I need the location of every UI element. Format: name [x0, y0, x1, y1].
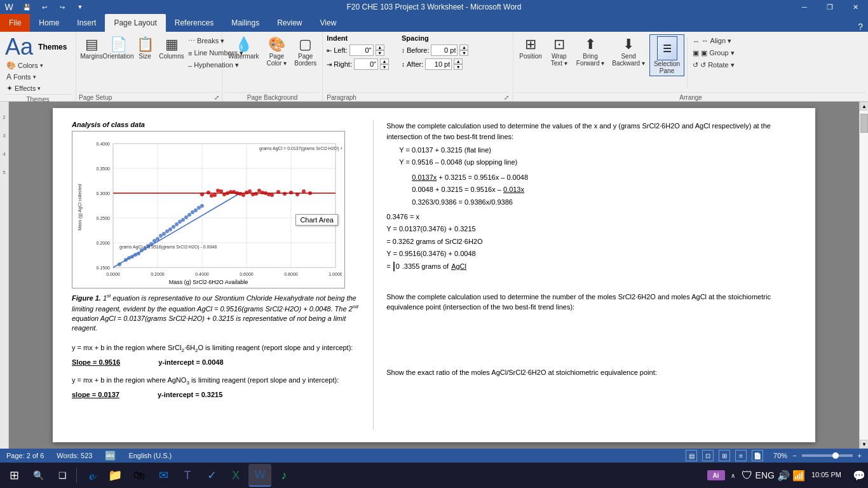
tab-insert[interactable]: Insert: [68, 14, 105, 32]
page-color-icon: 🎨: [268, 36, 285, 53]
svg-point-29: [213, 193, 217, 197]
tab-mailings[interactable]: Mailings: [222, 14, 268, 32]
eq-step7: Y = 0.9516(0.3476) + 0.0048: [386, 249, 796, 259]
rotate-button[interactable]: ↺ ↺ Rotate ▾: [690, 60, 737, 71]
scroll-thumb[interactable]: [860, 114, 868, 133]
spacing-after-icon: ↕: [402, 61, 405, 68]
minimize-button[interactable]: ─: [792, 0, 817, 14]
tab-file[interactable]: File: [0, 14, 30, 32]
colors-button[interactable]: 🎨 Colors ▾: [4, 60, 46, 71]
system-clock[interactable]: 10:05 PM: [808, 471, 845, 479]
zoom-thumb[interactable]: [832, 452, 839, 459]
restore-button[interactable]: ❐: [817, 0, 843, 14]
help-button[interactable]: ?: [853, 22, 868, 32]
doc-right-column: Show the complete calculation used to de…: [374, 121, 796, 430]
yint1-label: y-intercept = 0.0048: [158, 358, 223, 366]
task-view-button[interactable]: ❑: [51, 464, 74, 487]
search-button[interactable]: 🔍: [27, 464, 50, 487]
spacing-before-input[interactable]: [431, 44, 458, 56]
selection-pane-button[interactable]: ☰ SelectionPane: [649, 34, 684, 76]
columns-button[interactable]: ▦ Columns: [159, 34, 184, 62]
spell-check-icon[interactable]: 🔤: [105, 451, 116, 461]
svg-point-28: [207, 191, 210, 194]
orientation-button[interactable]: 📄 Orientation: [105, 34, 131, 62]
fonts-button[interactable]: A Fonts ▾: [4, 71, 39, 83]
undo-button[interactable]: ↩: [36, 0, 53, 14]
margins-button[interactable]: ▤ Margins: [79, 34, 104, 62]
page-color-button[interactable]: 🎨 PageColor ▾: [264, 34, 290, 69]
indent-left-down[interactable]: ▼: [376, 50, 384, 56]
bring-forward-button[interactable]: ⬆ BringForward ▾: [573, 34, 607, 69]
pin-button[interactable]: ▼: [71, 0, 89, 14]
align-button[interactable]: ↔ ↔ Align ▾: [690, 36, 737, 46]
group-button[interactable]: ▣ ▣ Group ▾: [690, 48, 737, 58]
web-layout-view[interactable]: ⊞: [719, 450, 730, 461]
redo-button[interactable]: ↪: [53, 0, 71, 14]
windows-security[interactable]: 🛡: [742, 469, 753, 482]
spacing-after-up[interactable]: ▲: [454, 58, 463, 64]
vertical-scrollbar[interactable]: ▲ ▼: [859, 102, 868, 449]
scroll-up-button[interactable]: ▲: [860, 102, 868, 111]
file-explorer-button[interactable]: 📁: [104, 464, 126, 487]
indent-right-up[interactable]: ▲: [380, 58, 389, 64]
language-indicator-taskbar[interactable]: ENG: [756, 470, 775, 480]
scroll-down-button[interactable]: ▼: [860, 440, 868, 449]
edge-button[interactable]: 𝓮: [79, 464, 102, 487]
notification-button[interactable]: 💬: [853, 470, 865, 482]
indent-left-input[interactable]: [349, 44, 374, 56]
zoom-slider[interactable]: [802, 454, 853, 457]
indent-left-up[interactable]: ▲: [376, 44, 384, 50]
page-borders-button[interactable]: ▢ PageBorders: [291, 34, 320, 69]
effects-button[interactable]: ✦ Effects ▾: [4, 83, 43, 94]
size-button[interactable]: 📋 Size: [132, 34, 158, 62]
start-button[interactable]: ⊞: [3, 464, 25, 487]
chart-container[interactable]: 0.4000 0.3500 0.3000 0.2500 0.2000 0.150…: [72, 131, 345, 288]
show-hidden-icons[interactable]: ∧: [728, 470, 739, 481]
indent-left-icon: ⇤: [327, 47, 332, 54]
language-indicator[interactable]: English (U.S.): [128, 452, 172, 459]
spotify-button[interactable]: ♪: [273, 464, 295, 487]
full-screen-view[interactable]: ⊡: [702, 450, 714, 461]
tab-home[interactable]: Home: [30, 14, 68, 32]
teams-button[interactable]: T: [176, 464, 199, 487]
tab-page-layout[interactable]: Page Layout: [105, 14, 165, 32]
save-button[interactable]: 💾: [18, 0, 36, 14]
zoom-decrease[interactable]: −: [792, 452, 796, 459]
svg-point-43: [302, 189, 306, 193]
send-backward-button[interactable]: ⬇ SendBackward ▾: [609, 34, 648, 69]
draft-view[interactable]: 📄: [752, 450, 763, 461]
indent-right-input[interactable]: [354, 58, 378, 70]
outlook-button[interactable]: ✉: [152, 464, 175, 487]
show-desktop-button[interactable]: [848, 464, 850, 487]
excel-button[interactable]: X: [224, 464, 247, 487]
page-setup-expand-icon[interactable]: ⤢: [214, 94, 219, 101]
wrap-text-button[interactable]: ⊡ WrapText ▾: [546, 34, 572, 69]
spacing-before-up[interactable]: ▲: [459, 44, 468, 50]
position-button[interactable]: ⊞ Position: [516, 34, 545, 62]
tab-view[interactable]: View: [311, 14, 346, 32]
spacing-after-down[interactable]: ▼: [454, 64, 463, 70]
indent-right-down[interactable]: ▼: [380, 64, 389, 70]
tab-references[interactable]: References: [166, 14, 222, 32]
ai-button[interactable]: Ai: [707, 470, 725, 480]
volume-icon[interactable]: 🔊: [777, 470, 790, 482]
watermark-button[interactable]: 💧 Watermark: [225, 34, 262, 62]
svg-point-77: [178, 220, 182, 224]
taskbar: ⊞ 🔍 ❑ 𝓮 📁 🛍 ✉ T ✓ X W ♪ Ai ∧ 🛡 ENG 🔊 📶 1…: [0, 463, 868, 488]
close-button[interactable]: ✕: [843, 0, 868, 14]
svg-point-80: [197, 206, 201, 210]
spacing-before-down[interactable]: ▼: [459, 50, 468, 56]
svg-point-45: [210, 194, 214, 198]
spacing-after-input[interactable]: [425, 58, 452, 70]
print-layout-view[interactable]: ▤: [686, 450, 697, 461]
todo-button[interactable]: ✓: [200, 464, 223, 487]
word-button[interactable]: W: [248, 464, 271, 487]
page-indicator: Page: 2 of 6: [6, 452, 44, 459]
network-icon[interactable]: 📶: [792, 470, 805, 482]
themes-button[interactable]: Aa Themes: [4, 34, 68, 60]
microsoft-store-button[interactable]: 🛍: [128, 464, 151, 487]
outline-view[interactable]: ≡: [735, 450, 747, 461]
zoom-increase[interactable]: +: [858, 452, 862, 459]
tab-review[interactable]: Review: [268, 14, 311, 32]
paragraph-expand-icon[interactable]: ⤢: [504, 94, 509, 101]
